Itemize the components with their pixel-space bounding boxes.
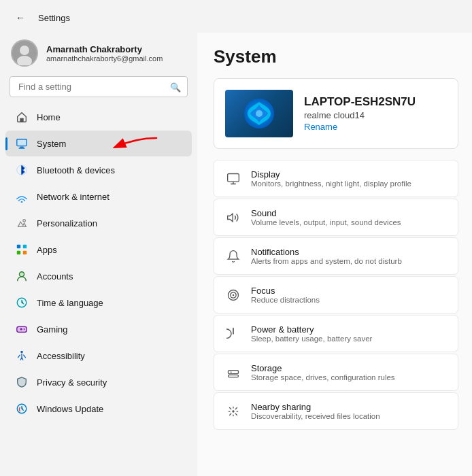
settings-item-title: Storage (251, 363, 395, 373)
svg-rect-12 (23, 245, 27, 248)
sidebar-item-label: Windows Update (37, 404, 103, 414)
sidebar-item-network[interactable]: Network & internet (5, 184, 192, 209)
display-icon (225, 171, 241, 187)
settings-item-focus[interactable]: FocusReduce distractions (214, 276, 458, 313)
settings-item-desc: Discoverability, received files location (251, 412, 380, 420)
svg-rect-5 (17, 139, 27, 146)
accessibility-icon (15, 349, 29, 362)
home-icon (15, 110, 29, 124)
settings-item-text: DisplayMonitors, brightness, night light… (251, 169, 411, 188)
settings-list: DisplayMonitors, brightness, night light… (214, 160, 458, 430)
settings-item-desc: Storage space, drives, configuration rul… (251, 373, 395, 381)
sidebar-item-accessibility[interactable]: Accessibility (5, 343, 192, 369)
settings-item-text: StorageStorage space, drives, configurat… (251, 363, 395, 381)
update-icon (15, 402, 29, 415)
device-card: LAPTOP-ESH2SN7U realme cloud14 Rename (214, 78, 458, 149)
sidebar-item-time[interactable]: Time & language (5, 290, 192, 316)
svg-point-15 (19, 272, 24, 277)
settings-item-desc: Sleep, battery usage, battery saver (251, 335, 372, 343)
network-icon (15, 190, 29, 203)
settings-item-title: Sound (251, 208, 401, 218)
svg-rect-13 (17, 251, 20, 254)
svg-point-24 (256, 110, 263, 117)
settings-item-title: Notifications (251, 247, 402, 257)
sidebar-item-gaming[interactable]: Gaming (5, 316, 192, 342)
svg-marker-28 (228, 214, 233, 222)
svg-point-20 (24, 328, 25, 330)
svg-rect-32 (229, 370, 239, 373)
settings-item-notifications[interactable]: NotificationsAlerts from apps and system… (214, 237, 458, 275)
settings-item-desc: Volume levels, output, input, sound devi… (251, 218, 401, 226)
device-model: realme cloud14 (304, 110, 416, 120)
sidebar-item-bluetooth[interactable]: Bluetooth & devices (5, 157, 192, 183)
settings-item-power[interactable]: Power & batterySleep, battery usage, bat… (214, 315, 458, 352)
search-input[interactable] (10, 76, 188, 97)
settings-item-text: Power & batterySleep, battery usage, bat… (251, 324, 372, 343)
settings-item-desc: Reduce distractions (251, 296, 320, 304)
svg-rect-6 (20, 147, 23, 148)
sidebar-item-home[interactable]: Home (5, 104, 192, 130)
sidebar-item-label: Apps (37, 245, 57, 255)
rename-link[interactable]: Rename (304, 122, 416, 132)
nav-list: Home SystemBluetooth & devicesNetwork & … (0, 104, 197, 422)
settings-item-text: NotificationsAlerts from apps and system… (251, 247, 402, 265)
power-icon (225, 326, 241, 342)
device-name: LAPTOP-ESH2SN7U (304, 95, 416, 109)
svg-rect-11 (17, 245, 20, 248)
sidebar-item-personalization[interactable]: Personalization (5, 210, 192, 236)
settings-item-storage[interactable]: StorageStorage space, drives, configurat… (214, 354, 458, 391)
device-info: LAPTOP-ESH2SN7U realme cloud14 Rename (304, 95, 416, 132)
back-button[interactable]: ← (11, 8, 30, 27)
search-box: 🔍 (10, 76, 188, 97)
settings-item-desc: Monitors, brightness, night light, displ… (251, 180, 411, 188)
title-bar: ← Settings (0, 0, 472, 33)
sound-icon (225, 209, 241, 226)
settings-item-text: FocusReduce distractions (251, 286, 320, 304)
settings-item-text: SoundVolume levels, output, input, sound… (251, 208, 401, 226)
time-icon (15, 296, 29, 309)
avatar (11, 39, 38, 67)
sidebar-item-label: Personalization (37, 218, 97, 228)
sidebar: Amarnath Chakraborty amarnathchakraborty… (0, 33, 197, 476)
settings-item-nearby[interactable]: Nearby sharingDiscoverability, received … (214, 392, 458, 430)
sidebar-item-label: System (37, 139, 66, 149)
personalization-icon (15, 216, 29, 230)
main-layout: Amarnath Chakraborty amarnathchakraborty… (0, 33, 472, 476)
sidebar-item-privacy[interactable]: Privacy & security (5, 369, 192, 395)
svg-point-9 (21, 201, 23, 203)
apps-icon (15, 243, 29, 256)
sidebar-item-label: Accessibility (37, 351, 85, 361)
settings-item-sound[interactable]: SoundVolume levels, output, input, sound… (214, 199, 458, 236)
settings-item-text: Nearby sharingDiscoverability, received … (251, 402, 380, 420)
svg-point-1 (20, 46, 29, 55)
device-thumbnail (225, 90, 293, 137)
settings-item-title: Power & battery (251, 324, 372, 335)
sidebar-item-accounts[interactable]: Accounts (5, 263, 192, 289)
sidebar-item-label: Accounts (37, 271, 73, 282)
user-profile[interactable]: Amarnath Chakraborty amarnathchakraborty… (0, 33, 197, 76)
title-text: Settings (38, 13, 70, 23)
sidebar-item-update[interactable]: Windows Update (5, 396, 192, 422)
settings-item-display[interactable]: DisplayMonitors, brightness, night light… (214, 160, 458, 197)
svg-point-35 (232, 410, 234, 412)
svg-point-33 (231, 371, 232, 373)
sidebar-item-label: Home (37, 112, 61, 122)
notifications-icon (225, 248, 241, 265)
nearby-icon (225, 403, 241, 420)
content-area: System (197, 33, 472, 476)
storage-icon (225, 364, 241, 381)
bluetooth-icon (15, 163, 29, 177)
sidebar-item-apps[interactable]: Apps (5, 237, 192, 262)
focus-icon (225, 287, 241, 303)
svg-point-21 (20, 351, 23, 354)
settings-item-desc: Alerts from apps and system, do not dist… (251, 257, 402, 265)
svg-rect-3 (20, 118, 23, 122)
sidebar-item-system[interactable]: System (5, 131, 192, 156)
privacy-icon (15, 375, 29, 389)
sidebar-item-label: Gaming (37, 324, 68, 335)
sidebar-item-label: Network & internet (37, 192, 109, 202)
settings-item-title: Focus (251, 286, 320, 296)
sidebar-item-label: Time & language (37, 298, 103, 308)
user-email: amarnathchakraborty6@gmail.com (46, 54, 163, 63)
svg-rect-7 (19, 148, 25, 148)
